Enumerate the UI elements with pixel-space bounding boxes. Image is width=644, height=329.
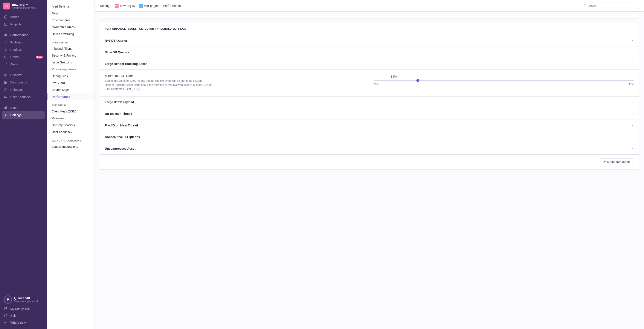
chevron-down-icon [631,100,634,104]
sec-proguard[interactable]: ProGuard [46,80,94,87]
sec-debug-files[interactable]: Debug Files [46,73,94,80]
sec-issue-grouping[interactable]: Issue Grouping [46,59,94,66]
nav-performance[interactable]: Performance [2,31,45,39]
svg-point-16 [584,4,586,6]
sec-ownership[interactable]: Ownership Rules [46,24,94,31]
acc-consecutive-db[interactable]: Consecutive DB Queries [100,131,639,143]
nav-settings[interactable]: Settings [2,111,45,119]
quick-start[interactable]: 5 Quick Start 5 Remaining tasks [2,294,45,305]
nav-stats[interactable]: Stats [2,104,45,111]
releases-icon [4,88,8,92]
gear-icon [4,113,8,117]
svg-rect-7 [4,83,6,84]
nav-profiling[interactable]: Profiling [2,39,45,46]
sec-security-headers[interactable]: Security Headers [46,122,94,129]
acc-slow-db[interactable]: Slow DB Queries [100,47,639,58]
sec-user-feedback[interactable]: User Feedback [46,129,94,135]
svg-rect-12 [6,106,7,109]
sec-environments[interactable]: Environments [46,17,94,24]
svg-marker-2 [5,48,7,51]
crumb-settings[interactable]: Settings [100,4,111,8]
chevron-down-icon [631,50,634,54]
crons-icon [4,55,8,59]
org-avatar: NX [3,3,10,10]
sec-legacy-integrations[interactable]: Legacy Integrations [46,143,94,150]
sec-alert-settings[interactable]: Alert Settings [46,3,94,10]
slider-max: 95% [628,83,634,86]
nav-alerts[interactable]: Alerts [2,61,45,68]
slider[interactable] [374,80,634,81]
crumb-page: Performance [163,4,181,8]
svg-point-0 [4,16,7,19]
slider-min: 20% [374,83,379,86]
crumb-org[interactable]: new-org-xy [120,4,135,8]
sec-data-forwarding[interactable]: Data Forwarding [46,31,94,38]
acc-large-render[interactable]: Large Render Blocking Asset [100,58,639,70]
acc-label: File I/O on Main Thread [105,124,138,127]
svg-rect-11 [6,107,6,109]
acc-label: DB on Main Thread [105,112,132,116]
acc-label: Large HTTP Payload [105,100,134,104]
bottom-label: What's new [10,321,26,324]
bottom-whatsnew[interactable]: What's new [2,319,45,326]
svg-rect-1 [4,23,7,26]
org-switcher[interactable]: NX new-org abdullah.khan@sen... [0,0,46,12]
sec-releases[interactable]: Releases [46,115,94,122]
chevron-down-icon [26,4,28,6]
sec-performance[interactable]: Performance [46,93,94,100]
acc-db-main[interactable]: DB on Main Thread [100,108,639,120]
nav-releases[interactable]: Releases [2,86,45,93]
nav-label: Performance [10,33,28,37]
panel-title: PERFORMANCE ISSUES - DETECTOR THRESHOLD … [100,23,639,35]
nav-label: Alerts [10,63,18,66]
chevron-right-icon: › [136,4,138,8]
nav-label: Projects [10,23,22,26]
search-icon [584,4,587,8]
sec-client-keys[interactable]: Client Keys (DSN) [46,108,94,115]
acc-uncompressed[interactable]: Uncompressed Asset [100,143,639,155]
bottom-help[interactable]: Help [2,312,45,319]
project-badge: ⚛ [139,4,143,8]
nav-discover[interactable]: Discover [2,71,45,79]
svg-rect-6 [6,81,7,82]
status-dot [36,300,38,302]
crumb-project[interactable]: vite-project [144,4,160,8]
nav-user-feedback[interactable]: User Feedback [2,93,45,101]
alerts-icon [4,62,8,66]
help-icon [4,314,8,317]
acc-body-large-render: Minimum FCP Ratio Setting the value to 3… [100,70,639,97]
nav-dashboards[interactable]: Dashboards [2,79,45,86]
chevron-down-icon [631,112,634,116]
sec-security-privacy[interactable]: Security & Privacy [46,52,94,59]
profiling-icon [4,41,8,44]
bottom-trial[interactable]: My Sentry Trial [2,305,45,312]
issues-icon [4,15,8,19]
svg-rect-5 [4,81,6,82]
search-input[interactable] [582,3,639,9]
reset-button[interactable]: Reset All Thresholds [599,158,634,166]
nav-issues[interactable]: Issues [2,13,45,21]
acc-file-io[interactable]: File I/O on Main Thread [100,120,639,131]
nav-label: Stats [10,106,18,109]
performance-icon [4,33,8,37]
chevron-up-icon [631,62,634,66]
acc-label: N+1 DB Queries [105,39,128,42]
acc-n1-db[interactable]: N+1 DB Queries [100,35,639,47]
nav-crons[interactable]: Cronsbeta [2,53,45,61]
quick-sub: 5 Remaining tasks [14,300,36,303]
sec-inbound-filters[interactable]: Inbound Filters [46,45,94,52]
bottom-label: My Sentry Trial [10,307,30,310]
slider-thumb[interactable] [416,79,419,82]
nav-replays[interactable]: Replays [2,46,45,53]
detail-desc: Setting the value to 33%, means that an … [105,79,212,91]
nav-label: Issues [10,15,19,19]
secondary-nav: Alert Settings Tags Environments Ownersh… [46,0,95,329]
threshold-panel: PERFORMANCE ISSUES - DETECTOR THRESHOLD … [100,23,639,170]
chevron-right-icon: › [112,4,114,8]
nav-projects[interactable]: Projects [2,21,45,28]
sec-tags[interactable]: Tags [46,10,94,17]
acc-large-http[interactable]: Large HTTP Payload [100,97,639,108]
sec-processing-issues[interactable]: Processing Issues [46,66,94,73]
broadcast-icon [4,320,8,324]
sec-source-maps[interactable]: Source Maps [46,87,94,93]
